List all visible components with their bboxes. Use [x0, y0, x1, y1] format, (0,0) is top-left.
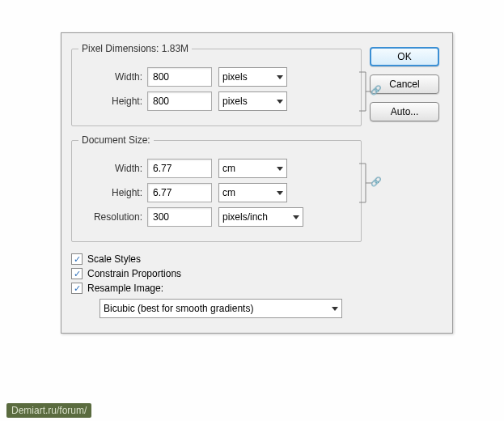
pixel-width-unit-value: pixels: [222, 71, 248, 83]
pixel-width-input[interactable]: [147, 67, 212, 87]
resolution-unit-value: pixels/inch: [222, 211, 268, 223]
checkmark-icon: ✓: [74, 270, 81, 279]
pixel-width-label: Width:: [78, 71, 147, 83]
watermark: Demiart.ru/forum/: [6, 403, 91, 418]
constrain-proportions-label: Constrain Proportions: [87, 268, 181, 279]
auto-button-label: Auto...: [391, 106, 419, 117]
resample-method-select[interactable]: Bicubic (best for smooth gradients): [100, 299, 342, 318]
pixel-height-unit-value: pixels: [222, 96, 248, 107]
doc-height-unit-select[interactable]: cm: [218, 183, 287, 202]
chevron-down-icon: [277, 191, 283, 195]
chain-link-icon: 🔗: [371, 85, 382, 96]
pixel-dimensions-group: Pixel Dimensions: 1.83M Width: pixels He…: [71, 43, 362, 126]
constrain-proportions-checkbox[interactable]: ✓: [71, 268, 83, 279]
auto-button[interactable]: Auto...: [370, 102, 439, 121]
doc-height-unit-value: cm: [222, 187, 235, 198]
checkmark-icon: ✓: [74, 255, 81, 264]
pixel-width-unit-select[interactable]: pixels: [218, 67, 287, 87]
resolution-unit-select[interactable]: pixels/inch: [218, 207, 303, 227]
cancel-button-label: Cancel: [389, 79, 419, 90]
doc-width-unit-select[interactable]: cm: [218, 159, 287, 178]
doc-width-label: Width:: [78, 163, 147, 174]
chevron-down-icon: [293, 215, 299, 219]
pixel-height-input[interactable]: [147, 91, 212, 111]
doc-height-label: Height:: [78, 187, 147, 198]
document-size-legend: Document Size:: [78, 134, 154, 146]
ok-button-label: OK: [397, 51, 411, 62]
pixel-dimensions-legend: Pixel Dimensions: 1.83M: [78, 43, 192, 54]
image-size-dialog: Pixel Dimensions: 1.83M Width: pixels He…: [61, 32, 453, 334]
chevron-down-icon: [277, 75, 283, 79]
doc-width-input[interactable]: [147, 159, 212, 178]
scale-styles-label: Scale Styles: [87, 253, 141, 265]
ok-button[interactable]: OK: [370, 47, 439, 66]
pixel-height-unit-select[interactable]: pixels: [218, 91, 287, 111]
resample-method-value: Bicubic (best for smooth gradients): [104, 303, 253, 314]
chevron-down-icon: [277, 100, 283, 104]
pixel-height-label: Height:: [78, 96, 147, 107]
document-size-group: Document Size: Width: cm Height:: [71, 134, 362, 242]
doc-height-input[interactable]: [147, 183, 212, 202]
resample-image-checkbox[interactable]: ✓: [71, 283, 83, 294]
resolution-label: Resolution:: [78, 211, 147, 223]
chain-link-icon: 🔗: [371, 176, 382, 187]
resample-image-label: Resample Image:: [87, 283, 163, 294]
scale-styles-checkbox[interactable]: ✓: [71, 253, 83, 265]
doc-width-unit-value: cm: [222, 163, 235, 174]
checkmark-icon: ✓: [74, 284, 81, 293]
chevron-down-icon: [332, 307, 338, 311]
resolution-input[interactable]: [147, 207, 212, 227]
chevron-down-icon: [277, 167, 283, 171]
